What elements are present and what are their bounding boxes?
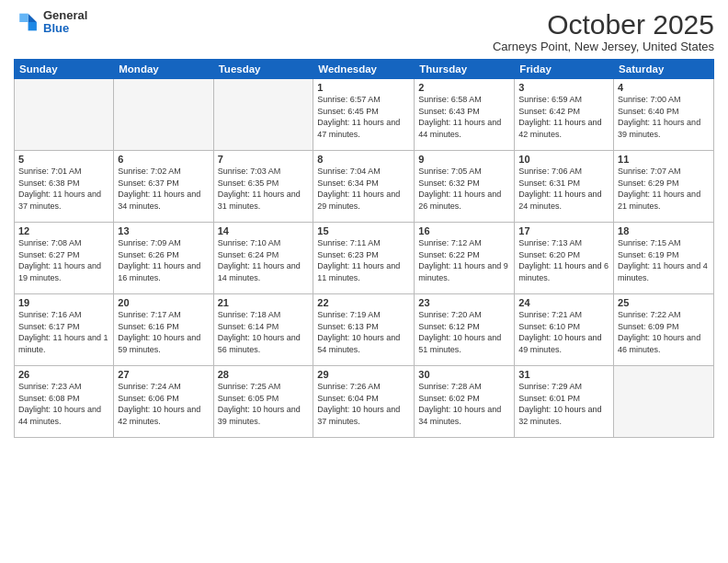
day-number: 30 xyxy=(418,369,510,380)
day-info: Sunrise: 6:58 AM Sunset: 6:43 PM Dayligh… xyxy=(418,94,510,140)
svg-marker-0 xyxy=(28,14,37,22)
day-info: Sunrise: 7:17 AM Sunset: 6:16 PM Dayligh… xyxy=(118,309,209,355)
day-cell: 27Sunrise: 7:24 AM Sunset: 6:06 PM Dayli… xyxy=(114,366,213,438)
day-cell: 28Sunrise: 7:25 AM Sunset: 6:05 PM Dayli… xyxy=(213,366,313,438)
weekday-header-saturday: Saturday xyxy=(614,60,714,79)
day-cell xyxy=(614,366,714,438)
day-cell: 25Sunrise: 7:22 AM Sunset: 6:09 PM Dayli… xyxy=(614,294,714,366)
day-info: Sunrise: 7:24 AM Sunset: 6:06 PM Dayligh… xyxy=(118,381,209,427)
day-info: Sunrise: 7:22 AM Sunset: 6:09 PM Dayligh… xyxy=(618,309,710,355)
day-info: Sunrise: 7:06 AM Sunset: 6:31 PM Dayligh… xyxy=(518,166,609,212)
svg-marker-1 xyxy=(28,22,37,30)
day-info: Sunrise: 6:57 AM Sunset: 6:45 PM Dayligh… xyxy=(317,94,410,140)
day-cell: 9Sunrise: 7:05 AM Sunset: 6:32 PM Daylig… xyxy=(415,151,515,223)
weekday-header-thursday: Thursday xyxy=(415,60,515,79)
day-cell: 26Sunrise: 7:23 AM Sunset: 6:08 PM Dayli… xyxy=(15,366,114,438)
day-cell: 29Sunrise: 7:26 AM Sunset: 6:04 PM Dayli… xyxy=(313,366,415,438)
weekday-header-wednesday: Wednesday xyxy=(313,60,415,79)
day-cell: 6Sunrise: 7:02 AM Sunset: 6:37 PM Daylig… xyxy=(114,151,213,223)
day-info: Sunrise: 7:10 AM Sunset: 6:24 PM Dayligh… xyxy=(218,237,310,283)
day-number: 8 xyxy=(317,154,410,165)
logo-text: General Blue xyxy=(43,9,87,36)
day-number: 7 xyxy=(218,154,310,165)
day-number: 2 xyxy=(418,82,510,93)
day-info: Sunrise: 7:07 AM Sunset: 6:29 PM Dayligh… xyxy=(618,166,710,212)
day-info: Sunrise: 7:20 AM Sunset: 6:12 PM Dayligh… xyxy=(418,309,510,355)
day-number: 3 xyxy=(518,82,609,93)
day-cell: 5Sunrise: 7:01 AM Sunset: 6:38 PM Daylig… xyxy=(15,151,114,223)
day-cell: 20Sunrise: 7:17 AM Sunset: 6:16 PM Dayli… xyxy=(114,294,213,366)
day-info: Sunrise: 7:00 AM Sunset: 6:40 PM Dayligh… xyxy=(618,94,710,140)
day-cell xyxy=(15,79,114,151)
day-number: 14 xyxy=(218,225,310,236)
day-info: Sunrise: 7:28 AM Sunset: 6:02 PM Dayligh… xyxy=(418,381,510,427)
day-cell: 13Sunrise: 7:09 AM Sunset: 6:26 PM Dayli… xyxy=(114,223,213,294)
day-info: Sunrise: 6:59 AM Sunset: 6:42 PM Dayligh… xyxy=(518,94,609,140)
day-info: Sunrise: 7:21 AM Sunset: 6:10 PM Dayligh… xyxy=(518,309,609,355)
day-number: 28 xyxy=(218,369,310,380)
weekday-header-monday: Monday xyxy=(114,60,213,79)
day-info: Sunrise: 7:25 AM Sunset: 6:05 PM Dayligh… xyxy=(218,381,310,427)
day-cell xyxy=(114,79,213,151)
day-cell: 10Sunrise: 7:06 AM Sunset: 6:31 PM Dayli… xyxy=(515,151,614,223)
logo: General Blue xyxy=(14,9,87,36)
day-number: 12 xyxy=(18,225,109,236)
day-cell: 2Sunrise: 6:58 AM Sunset: 6:43 PM Daylig… xyxy=(415,79,515,151)
day-number: 6 xyxy=(118,154,209,165)
day-info: Sunrise: 7:26 AM Sunset: 6:04 PM Dayligh… xyxy=(317,381,410,427)
day-cell: 8Sunrise: 7:04 AM Sunset: 6:34 PM Daylig… xyxy=(313,151,415,223)
day-cell: 15Sunrise: 7:11 AM Sunset: 6:23 PM Dayli… xyxy=(313,223,415,294)
week-row-5: 26Sunrise: 7:23 AM Sunset: 6:08 PM Dayli… xyxy=(15,366,714,438)
logo-icon xyxy=(14,9,40,35)
day-info: Sunrise: 7:09 AM Sunset: 6:26 PM Dayligh… xyxy=(118,237,209,283)
day-cell: 23Sunrise: 7:20 AM Sunset: 6:12 PM Dayli… xyxy=(415,294,515,366)
header: General Blue October 2025 Carneys Point,… xyxy=(14,9,714,53)
week-row-3: 12Sunrise: 7:08 AM Sunset: 6:27 PM Dayli… xyxy=(15,223,714,294)
day-number: 18 xyxy=(618,225,710,236)
day-info: Sunrise: 7:12 AM Sunset: 6:22 PM Dayligh… xyxy=(418,237,510,283)
day-info: Sunrise: 7:03 AM Sunset: 6:35 PM Dayligh… xyxy=(218,166,310,212)
location: Carneys Point, New Jersey, United States xyxy=(493,40,714,53)
weekday-header-tuesday: Tuesday xyxy=(213,60,313,79)
day-number: 1 xyxy=(317,82,410,93)
day-info: Sunrise: 7:15 AM Sunset: 6:19 PM Dayligh… xyxy=(618,237,710,283)
day-info: Sunrise: 7:29 AM Sunset: 6:01 PM Dayligh… xyxy=(518,381,609,427)
day-cell: 7Sunrise: 7:03 AM Sunset: 6:35 PM Daylig… xyxy=(213,151,313,223)
day-info: Sunrise: 7:11 AM Sunset: 6:23 PM Dayligh… xyxy=(317,237,410,283)
week-row-1: 1Sunrise: 6:57 AM Sunset: 6:45 PM Daylig… xyxy=(15,79,714,151)
day-cell: 11Sunrise: 7:07 AM Sunset: 6:29 PM Dayli… xyxy=(614,151,714,223)
day-info: Sunrise: 7:04 AM Sunset: 6:34 PM Dayligh… xyxy=(317,166,410,212)
week-row-4: 19Sunrise: 7:16 AM Sunset: 6:17 PM Dayli… xyxy=(15,294,714,366)
weekday-header-sunday: Sunday xyxy=(15,60,114,79)
day-cell: 1Sunrise: 6:57 AM Sunset: 6:45 PM Daylig… xyxy=(313,79,415,151)
day-cell: 19Sunrise: 7:16 AM Sunset: 6:17 PM Dayli… xyxy=(15,294,114,366)
day-info: Sunrise: 7:02 AM Sunset: 6:37 PM Dayligh… xyxy=(118,166,209,212)
day-number: 21 xyxy=(218,297,310,308)
day-info: Sunrise: 7:05 AM Sunset: 6:32 PM Dayligh… xyxy=(418,166,510,212)
day-number: 19 xyxy=(18,297,109,308)
day-info: Sunrise: 7:19 AM Sunset: 6:13 PM Dayligh… xyxy=(317,309,410,355)
day-number: 31 xyxy=(518,369,609,380)
logo-general-text: General xyxy=(43,9,87,22)
day-number: 22 xyxy=(317,297,410,308)
day-cell: 4Sunrise: 7:00 AM Sunset: 6:40 PM Daylig… xyxy=(614,79,714,151)
day-cell: 24Sunrise: 7:21 AM Sunset: 6:10 PM Dayli… xyxy=(515,294,614,366)
day-number: 23 xyxy=(418,297,510,308)
day-info: Sunrise: 7:18 AM Sunset: 6:14 PM Dayligh… xyxy=(218,309,310,355)
day-number: 27 xyxy=(118,369,209,380)
day-number: 4 xyxy=(618,82,710,93)
page: General Blue October 2025 Carneys Point,… xyxy=(0,0,728,563)
day-number: 20 xyxy=(118,297,209,308)
day-info: Sunrise: 7:01 AM Sunset: 6:38 PM Dayligh… xyxy=(18,166,109,212)
weekday-header-row: SundayMondayTuesdayWednesdayThursdayFrid… xyxy=(15,60,714,79)
title-block: October 2025 Carneys Point, New Jersey, … xyxy=(493,9,714,53)
day-number: 13 xyxy=(118,225,209,236)
calendar-table: SundayMondayTuesdayWednesdayThursdayFrid… xyxy=(14,59,714,438)
day-number: 16 xyxy=(418,225,510,236)
day-number: 5 xyxy=(18,154,109,165)
day-cell: 3Sunrise: 6:59 AM Sunset: 6:42 PM Daylig… xyxy=(515,79,614,151)
day-cell: 31Sunrise: 7:29 AM Sunset: 6:01 PM Dayli… xyxy=(515,366,614,438)
day-number: 29 xyxy=(317,369,410,380)
day-number: 25 xyxy=(618,297,710,308)
day-cell: 17Sunrise: 7:13 AM Sunset: 6:20 PM Dayli… xyxy=(515,223,614,294)
